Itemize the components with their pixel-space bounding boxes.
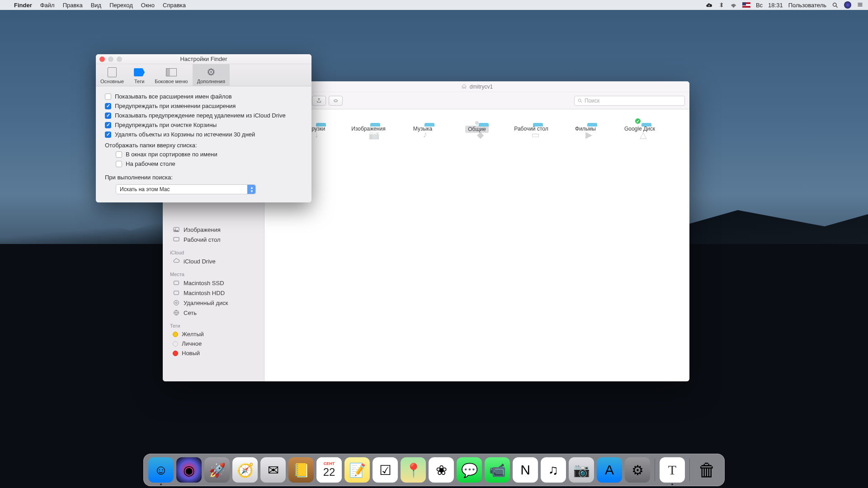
folder-item[interactable]: ▭Рабочий стол [513, 123, 549, 132]
sidebar-head-places: Места [163, 270, 264, 278]
dock-screenshot[interactable]: 📷 [569, 457, 594, 483]
dock-reminders[interactable]: ☑ [373, 457, 398, 483]
prefs-tab-general[interactable]: Основные [96, 64, 128, 86]
sidebar-tag-personal[interactable]: Личное [163, 339, 264, 348]
sidebar-item-desktop[interactable]: Рабочий стол [163, 235, 264, 244]
dock-sysprefs[interactable]: ⚙ [625, 457, 650, 483]
menubar-user[interactable]: Пользователь [788, 2, 826, 9]
menubar-time[interactable]: 18:31 [768, 2, 783, 9]
menu-help[interactable]: Справка [159, 2, 190, 9]
dock-maps[interactable]: 📍 [401, 457, 426, 483]
sidebar-label: Сеть [184, 310, 197, 316]
dock-calendar[interactable]: СЕНТ22 [316, 457, 342, 483]
sidebar-head-icloud: iCloud [163, 248, 264, 256]
dock-siri[interactable]: ◉ [176, 457, 202, 483]
share-icon [316, 98, 322, 103]
dock-contacts[interactable]: 📒 [288, 457, 314, 483]
checkbox[interactable] [105, 113, 111, 119]
tab-label: Основные [100, 79, 124, 84]
menu-window[interactable]: Окно [137, 2, 159, 9]
tags-tab-icon [133, 67, 146, 78]
sidebar-tab-icon [165, 67, 178, 78]
checkbox[interactable] [116, 151, 122, 158]
svg-point-6 [174, 300, 179, 305]
dock-finder[interactable]: ☺ [148, 457, 174, 483]
siri-menubar-icon[interactable] [844, 1, 851, 9]
dock-messages[interactable]: 💬 [457, 457, 482, 483]
checkbox[interactable] [105, 122, 111, 128]
finder-titlebar[interactable]: dmitrycv1 [264, 81, 689, 92]
zoom-button[interactable] [117, 56, 122, 62]
notification-center-icon[interactable] [857, 2, 863, 9]
folder-item[interactable]: ◆Общие [459, 123, 495, 133]
sidebar-item-remote[interactable]: Удаленный диск [163, 298, 264, 308]
minimize-button[interactable] [108, 56, 113, 62]
menu-file[interactable]: Файл [36, 2, 59, 9]
sidebar-label: Новый [182, 350, 200, 357]
sidebar-item-icloud[interactable]: iCloud Drive [163, 256, 264, 266]
menu-view[interactable]: Вид [87, 2, 106, 9]
sidebar-tag-new[interactable]: Новый [163, 348, 264, 358]
sidebar-item-hdd[interactable]: Macintosh HDD [163, 288, 264, 298]
wifi-icon[interactable] [730, 2, 737, 9]
dock-facetime[interactable]: 📹 [485, 457, 510, 483]
sidebar-item-pictures[interactable]: Изображения [163, 225, 264, 235]
window-controls [99, 56, 122, 62]
dock-photos[interactable]: ❀ [429, 457, 454, 483]
folder-item[interactable]: ♪Музыка [405, 123, 441, 132]
finder-main: dmitrycv1 ⌄ ⚙⌄ Поиск ↓Загрузки📷Изображен… [264, 81, 689, 381]
prefs-tab-advanced[interactable]: ⚙ Дополнения [193, 64, 230, 86]
folders-top-label: Отображать папки вверху списка: [105, 139, 302, 150]
select-arrows-icon: ▲▼ [250, 186, 254, 193]
finder-path-title: dmitrycv1 [470, 84, 493, 90]
flag-us-icon[interactable] [742, 2, 750, 8]
sidebar-item-network[interactable]: Сеть [163, 308, 264, 318]
menubar-day[interactable]: Вс [756, 2, 763, 9]
checkbox[interactable] [116, 161, 122, 167]
prefs-tab-tags[interactable]: Теги [128, 64, 150, 86]
bluetooth-icon[interactable] [718, 2, 725, 9]
prefs-titlebar[interactable]: Настройки Finder [96, 54, 311, 64]
search-icon [577, 98, 583, 103]
folder-item[interactable]: △Google Диск [622, 123, 658, 132]
menu-edit[interactable]: Правка [59, 2, 87, 9]
checkbox-label: Предупреждать при изменении расширения [115, 103, 236, 109]
share-button[interactable] [312, 96, 326, 106]
finder-toolbar: ⌄ ⚙⌄ Поиск [264, 92, 689, 109]
sidebar-tag-yellow[interactable]: Желтый [163, 329, 264, 339]
close-button[interactable] [99, 56, 105, 62]
dock-launchpad[interactable]: 🚀 [204, 457, 230, 483]
checkbox-label: Показывать все расширения имен файлов [115, 93, 232, 100]
prefs-tab-sidebar[interactable]: Боковое меню [150, 64, 192, 86]
dock: ☺◉🚀🧭✉📒СЕНТ22📝☑📍❀💬📹N♫📷A⚙T🗑 [143, 454, 725, 486]
dock-textedit[interactable]: T [660, 457, 685, 483]
svg-point-2 [175, 229, 176, 230]
checkbox[interactable] [105, 131, 111, 138]
app-menu[interactable]: Finder [10, 2, 36, 9]
finder-search[interactable]: Поиск [574, 96, 685, 106]
search-scope-select[interactable]: Искать на этом Mac ▲▼ [116, 184, 256, 194]
dock-news[interactable]: N [513, 457, 538, 483]
sidebar-head-tags: Теги [163, 321, 264, 329]
cloud-upload-icon[interactable] [706, 2, 712, 9]
checkbox-label: Предупреждать при очистке Корзины [115, 122, 217, 128]
sidebar-item-ssd[interactable]: Macintosh SSD [163, 278, 264, 288]
finder-content[interactable]: ↓Загрузки📷Изображения♪Музыка◆Общие▭Рабоч… [264, 109, 689, 381]
dock-notes[interactable]: 📝 [344, 457, 370, 483]
finder-preferences-window: Настройки Finder Основные Теги Боковое м… [96, 54, 311, 202]
svg-point-7 [175, 302, 177, 304]
checkbox[interactable] [105, 103, 111, 109]
prefs-tabs: Основные Теги Боковое меню ⚙ Дополнения [96, 64, 311, 86]
spotlight-icon[interactable] [832, 2, 839, 9]
dock-trash[interactable]: 🗑 [694, 457, 720, 483]
dock-separator [655, 459, 655, 481]
tags-button[interactable] [329, 96, 343, 106]
dock-mail[interactable]: ✉ [260, 457, 286, 483]
menu-go[interactable]: Переход [105, 2, 137, 9]
checkbox[interactable] [105, 94, 111, 100]
folder-item[interactable]: 📷Изображения [350, 123, 387, 132]
dock-appstore[interactable]: A [597, 457, 622, 483]
dock-itunes[interactable]: ♫ [541, 457, 566, 483]
folder-item[interactable]: ▶Фильмы [567, 123, 604, 132]
dock-safari[interactable]: 🧭 [232, 457, 258, 483]
